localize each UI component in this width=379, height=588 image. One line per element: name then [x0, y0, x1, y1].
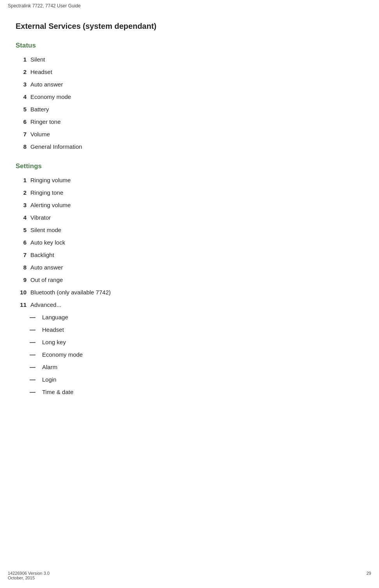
- page-header: Spectralink 7722, 7742 User Guide: [0, 0, 379, 10]
- item-label: Ringing tone: [30, 188, 63, 197]
- sub-item-label: Alarm: [42, 363, 57, 372]
- sub-list-item: —Alarm: [16, 363, 363, 372]
- list-item: 4Vibrator: [16, 213, 363, 222]
- sub-item-dash: —: [30, 350, 39, 359]
- header-text: Spectralink 7722, 7742 User Guide: [0, 0, 379, 10]
- sub-list-item: —Long key: [16, 338, 363, 347]
- item-label: Bluetooth (only available 7742): [30, 288, 111, 297]
- item-label: Volume: [30, 130, 50, 139]
- item-number: 5: [16, 225, 27, 235]
- list-item: 11Advanced...: [16, 300, 363, 310]
- item-number: 3: [16, 201, 27, 210]
- list-item: 1Ringing volume: [16, 176, 363, 185]
- item-label: Vibrator: [30, 213, 51, 222]
- sub-item-label: Language: [42, 313, 68, 322]
- sub-item-dash: —: [30, 363, 39, 372]
- settings-section: Settings 1Ringing volume2Ringing tone3Al…: [16, 162, 363, 397]
- item-number: 9: [16, 275, 27, 285]
- item-number: 8: [16, 263, 27, 272]
- sub-list-item: —Login: [16, 375, 363, 384]
- list-item: 6Ringer tone: [16, 117, 363, 127]
- list-item: 4Economy mode: [16, 92, 363, 102]
- item-number: 4: [16, 213, 27, 222]
- item-number: 1: [16, 55, 27, 64]
- item-label: Alerting volume: [30, 201, 71, 210]
- sub-list-item: —Economy mode: [16, 350, 363, 359]
- item-number: 11: [16, 300, 27, 310]
- item-number: 2: [16, 188, 27, 197]
- item-number: 8: [16, 142, 27, 151]
- list-item: 2Headset: [16, 67, 363, 77]
- item-number: 6: [16, 117, 27, 127]
- item-number: 5: [16, 105, 27, 114]
- item-label: Economy mode: [30, 92, 71, 102]
- item-number: 3: [16, 80, 27, 89]
- item-label: Silent mode: [30, 225, 61, 235]
- list-item: 5Silent mode: [16, 225, 363, 235]
- footer-right: 29: [367, 571, 371, 580]
- sub-item-dash: —: [30, 313, 39, 322]
- item-label: Headset: [30, 67, 52, 77]
- list-item: 7Volume: [16, 130, 363, 139]
- item-number: 6: [16, 238, 27, 247]
- settings-sub-list: —Language—Headset—Long key—Economy mode—…: [16, 313, 363, 397]
- sub-item-label: Login: [42, 375, 57, 384]
- sub-list-item: —Headset: [16, 325, 363, 334]
- status-section-title: Status: [16, 42, 363, 49]
- sub-item-dash: —: [30, 338, 39, 347]
- item-label: Auto answer: [30, 263, 63, 272]
- status-section: Status 1Silent2Headset3Auto answer4Econo…: [16, 42, 363, 151]
- item-number: 7: [16, 130, 27, 139]
- item-label: Ringer tone: [30, 117, 61, 127]
- item-label: Out of range: [30, 275, 63, 285]
- sub-item-dash: —: [30, 325, 39, 334]
- item-label: Auto answer: [30, 80, 63, 89]
- list-item: 1Silent: [16, 55, 363, 64]
- settings-list: 1Ringing volume2Ringing tone3Alerting vo…: [16, 176, 363, 310]
- sub-list-item: —Time & date: [16, 387, 363, 397]
- item-number: 1: [16, 176, 27, 185]
- list-item: 10Bluetooth (only available 7742): [16, 288, 363, 297]
- list-item: 7Backlight: [16, 250, 363, 260]
- item-label: Ringing volume: [30, 176, 71, 185]
- list-item: 2Ringing tone: [16, 188, 363, 197]
- page-footer: 14226906 Version 3.0 October, 2015 29: [8, 571, 371, 580]
- list-item: 8Auto answer: [16, 263, 363, 272]
- item-label: Auto key lock: [30, 238, 65, 247]
- item-number: 4: [16, 92, 27, 102]
- list-item: 5Battery: [16, 105, 363, 114]
- footer-left: 14226906 Version 3.0 October, 2015: [8, 571, 50, 580]
- item-number: 10: [16, 288, 27, 297]
- sub-item-label: Long key: [42, 338, 66, 347]
- sub-item-label: Economy mode: [42, 350, 83, 359]
- settings-section-title: Settings: [16, 162, 363, 170]
- list-item: 6Auto key lock: [16, 238, 363, 247]
- section-title: External Services (system dependant): [16, 22, 363, 31]
- sub-list-item: —Language: [16, 313, 363, 322]
- list-item: 3Alerting volume: [16, 201, 363, 210]
- list-item: 8General Information: [16, 142, 363, 151]
- item-label: Battery: [30, 105, 49, 114]
- sub-item-dash: —: [30, 375, 39, 384]
- sub-item-label: Headset: [42, 325, 64, 334]
- item-label: Advanced...: [30, 300, 61, 310]
- status-list: 1Silent2Headset3Auto answer4Economy mode…: [16, 55, 363, 151]
- sub-item-dash: —: [30, 387, 39, 397]
- item-label: Backlight: [30, 250, 54, 260]
- list-item: 3Auto answer: [16, 80, 363, 89]
- item-number: 7: [16, 250, 27, 260]
- item-label: Silent: [30, 55, 45, 64]
- item-label: General Information: [30, 142, 82, 151]
- item-number: 2: [16, 67, 27, 77]
- list-item: 9Out of range: [16, 275, 363, 285]
- page-content: External Services (system dependant) Sta…: [0, 10, 379, 416]
- sub-item-label: Time & date: [42, 387, 73, 397]
